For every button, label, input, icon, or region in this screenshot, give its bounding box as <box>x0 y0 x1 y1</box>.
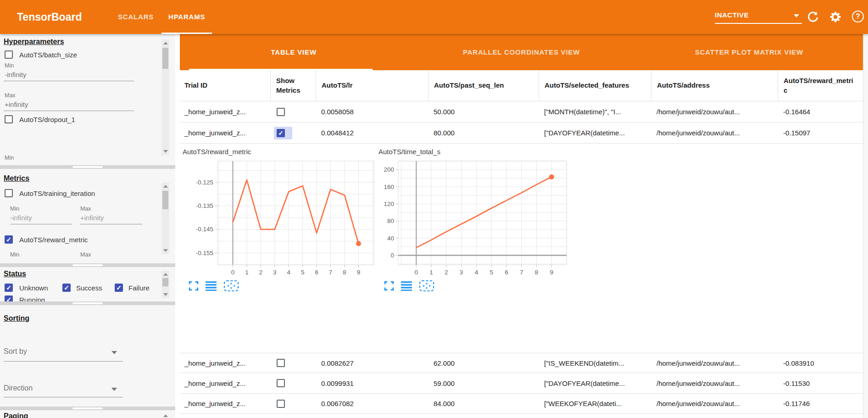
show-metrics-checkbox[interactable] <box>277 129 285 137</box>
svg-text:0: 0 <box>390 252 394 259</box>
show-metrics-checkbox[interactable] <box>277 400 285 408</box>
show-metrics-checkbox[interactable] <box>277 379 285 387</box>
cell-selected-features: ["DAYOFYEAR(datetime... <box>539 123 651 143</box>
scroll-up-icon[interactable] <box>163 42 168 45</box>
table-row[interactable]: _home_junweid_z... 0.0058058 50.000 ["MO… <box>180 101 863 123</box>
scrollbar[interactable] <box>863 34 868 418</box>
cell-past-seq-len: 62.000 <box>428 353 539 373</box>
label-reward-metric: AutoTS/reward_metric <box>19 236 88 244</box>
checkbox-reward-metric[interactable] <box>5 235 13 244</box>
line-chart-reward-metric[interactable]: 0123456789-0.125-0.135-0.145-0.155 <box>196 157 380 279</box>
cell-reward-metric: -0.16464 <box>778 101 863 122</box>
cell-past-seq-len: 84.000 <box>428 394 539 413</box>
scrollbar-thumb[interactable] <box>162 48 168 69</box>
reset-zoom-icon[interactable] <box>419 280 434 292</box>
active-tab-indicator <box>161 33 212 34</box>
min-input[interactable]: -infinity <box>10 214 32 222</box>
chevron-down-icon[interactable] <box>111 351 117 354</box>
scroll-up-icon[interactable] <box>163 414 168 417</box>
checkbox-status-failure[interactable] <box>115 284 123 292</box>
table-row[interactable]: _home_junweid_z... 0.0082627 62.000 ["IS… <box>180 353 863 373</box>
cell-past-seq-len: 50.000 <box>428 101 539 122</box>
svg-text:7: 7 <box>329 269 333 276</box>
cell-address: /home/junweid/zouwu/aut... <box>651 373 778 393</box>
svg-text:3: 3 <box>460 269 463 276</box>
hparams-main-pane: TABLE VIEW PARALLEL COORDINATES VIEW SCA… <box>180 34 868 418</box>
scroll-down-icon[interactable] <box>163 150 168 153</box>
app-bar: TensorBoard SCALARS HPARAMS INACTIVE ? <box>0 0 868 34</box>
table-row[interactable]: _home_junweid_z... 0.0099931 59.000 ["DA… <box>180 373 863 394</box>
section-resize-divider[interactable] <box>0 301 175 305</box>
label-training-iteration: AutoTS/training_iteration <box>19 189 95 197</box>
scrollbar[interactable] <box>161 412 169 418</box>
svg-text:8: 8 <box>535 269 539 276</box>
cell-show-metrics <box>270 123 316 143</box>
section-resize-divider[interactable] <box>0 263 175 267</box>
tab-scalars[interactable]: SCALARS <box>118 0 154 34</box>
scrollbar-thumb[interactable] <box>162 191 168 209</box>
col-selected-features[interactable]: AutoTS/selected_features <box>539 70 651 101</box>
tab-table-view-label: TABLE VIEW <box>271 48 316 56</box>
checkbox-batch-size[interactable] <box>5 50 13 59</box>
run-status-dropdown[interactable]: INACTIVE <box>715 9 802 24</box>
show-metrics-checkbox[interactable] <box>277 108 285 116</box>
scrollbar[interactable] <box>161 271 169 298</box>
section-resize-divider[interactable] <box>0 407 175 410</box>
checkbox-status-unknown[interactable] <box>5 284 13 292</box>
drag-handle[interactable] <box>72 302 103 304</box>
sort-by-dropdown[interactable]: Sort by <box>4 347 27 356</box>
col-reward-metric[interactable]: AutoTS/reward_metric <box>778 70 863 101</box>
reset-zoom-icon[interactable] <box>223 280 239 292</box>
drag-handle[interactable] <box>72 407 103 409</box>
svg-text:2: 2 <box>445 269 448 276</box>
section-resize-divider[interactable] <box>0 165 175 169</box>
view-tabbar: TABLE VIEW PARALLEL COORDINATES VIEW SCA… <box>180 34 863 70</box>
data-table-icon[interactable] <box>401 281 412 291</box>
checkbox-training-iteration[interactable] <box>5 189 13 197</box>
checkbox-status-success[interactable] <box>62 284 71 292</box>
maximize-icon[interactable] <box>189 281 199 291</box>
line-chart-time-total[interactable]: 012345678904080120160200 <box>382 157 574 279</box>
dropdown-underline <box>4 397 123 397</box>
data-table-icon[interactable] <box>206 281 217 291</box>
reload-icon[interactable] <box>807 11 819 23</box>
col-show-metrics[interactable]: Show Metrics <box>270 70 316 101</box>
table-row[interactable]: _home_junweid_z... 0.0048412 80.000 ["DA… <box>180 123 863 144</box>
scrollbar[interactable] <box>161 183 169 254</box>
label-batch-size: AutoTS/batch_size <box>19 51 77 59</box>
drag-handle[interactable] <box>72 264 103 266</box>
max-input[interactable]: +infinity <box>5 100 28 108</box>
run-status-value: INACTIVE <box>715 9 802 22</box>
scroll-up-icon[interactable] <box>163 185 168 188</box>
col-trial-id[interactable]: Trial ID <box>180 70 270 101</box>
max-input[interactable]: +infinity <box>80 214 104 222</box>
tab-parallel-coordinates-view[interactable]: PARALLEL COORDINATES VIEW <box>407 34 635 70</box>
tab-table-view[interactable]: TABLE VIEW <box>180 34 407 70</box>
scrollbar[interactable] <box>161 39 169 155</box>
maximize-icon[interactable] <box>384 281 394 291</box>
svg-text:0: 0 <box>231 269 235 276</box>
tab-scatter-plot-matrix-view[interactable]: SCATTER PLOT MATRIX VIEW <box>635 34 863 70</box>
drag-handle[interactable] <box>72 166 103 168</box>
help-icon[interactable]: ? <box>852 11 864 22</box>
scrollbar-thumb[interactable] <box>162 278 168 286</box>
col-past-seq-len[interactable]: AutoTS/past_seq_len <box>428 70 539 101</box>
chevron-down-icon[interactable] <box>111 388 117 391</box>
col-lr[interactable]: AutoTS/lr <box>316 70 428 101</box>
checkbox-status-running[interactable] <box>5 295 13 301</box>
checkbox-dropout-1[interactable] <box>5 115 13 123</box>
svg-text:4: 4 <box>475 269 479 276</box>
tab-hparams[interactable]: HPARAMS <box>168 0 205 34</box>
scroll-down-icon[interactable] <box>163 293 168 296</box>
show-metrics-checkbox[interactable] <box>277 359 285 367</box>
settings-gear-icon[interactable] <box>829 11 842 23</box>
min-input[interactable]: -infinity <box>5 71 27 78</box>
scroll-up-icon[interactable] <box>163 273 168 276</box>
scroll-down-icon[interactable] <box>163 249 168 252</box>
direction-dropdown[interactable]: Direction <box>4 384 33 392</box>
label-status-failure: Failure <box>128 284 150 292</box>
table-row[interactable]: _home_junweid_z... 0.0067082 84.000 ["WE… <box>180 394 863 414</box>
svg-text:80: 80 <box>387 217 394 224</box>
input-underline <box>80 224 142 224</box>
col-address[interactable]: AutoTS/address <box>651 70 778 101</box>
